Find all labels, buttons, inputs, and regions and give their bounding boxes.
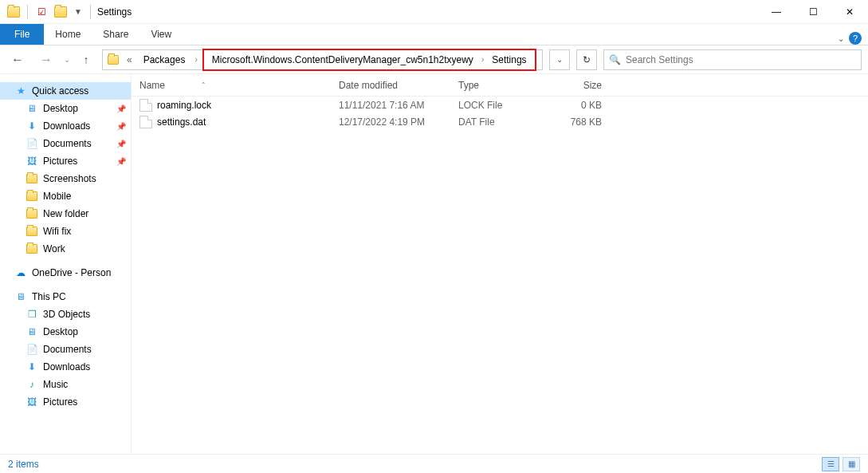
status-item-count: 2 items: [8, 459, 39, 470]
sidebar-item-label: Documents: [43, 138, 92, 149]
sidebar-item-desktop[interactable]: 🖥 Desktop 📌: [0, 100, 131, 117]
tab-view[interactable]: View: [139, 24, 183, 45]
tab-home[interactable]: Home: [44, 24, 92, 45]
nav-up-button[interactable]: ↑: [77, 53, 96, 66]
qat-newfolder-icon[interactable]: [52, 3, 69, 21]
address-caret-icon[interactable]: ›: [191, 55, 200, 64]
address-caret-icon[interactable]: ›: [478, 55, 487, 64]
sidebar-item-pictures[interactable]: 🖼 Pictures 📌: [0, 152, 131, 170]
sidebar-item-desktop-pc[interactable]: 🖥 Desktop: [0, 323, 131, 341]
pin-icon: 📌: [116, 157, 126, 166]
pictures-icon: 🖼: [26, 155, 38, 168]
status-bar: 2 items ☰ ▦: [0, 454, 868, 473]
address-seg-settings[interactable]: Settings: [487, 54, 531, 65]
file-name: roaming.lock: [157, 100, 211, 111]
tab-share[interactable]: Share: [92, 24, 139, 45]
view-buttons: ☰ ▦: [822, 457, 860, 471]
pin-icon: 📌: [116, 122, 126, 131]
music-icon: ♪: [26, 378, 38, 391]
sidebar-item-this-pc[interactable]: 🖥 This PC: [0, 288, 131, 305]
file-type: DAT File: [458, 116, 546, 128]
sidebar-item-quick-access[interactable]: ★ Quick access: [0, 82, 131, 100]
folder-icon: [26, 207, 38, 220]
desktop-icon: 🖥: [26, 102, 38, 115]
address-highlight: Microsoft.Windows.ContentDeliveryManager…: [202, 49, 536, 71]
close-button[interactable]: ✕: [831, 0, 868, 24]
window-buttons: — ☐ ✕: [758, 0, 868, 24]
column-date[interactable]: Date modified: [339, 80, 458, 91]
sidebar-item-label: Screenshots: [43, 173, 96, 184]
pin-icon: 📌: [116, 140, 126, 148]
file-row[interactable]: settings.dat 12/17/2022 4:19 PM DAT File…: [132, 113, 868, 130]
sidebar-item-3d-objects[interactable]: ❒ 3D Objects: [0, 305, 131, 323]
sidebar-item-work[interactable]: Work: [0, 240, 131, 258]
nav-history-caret-icon[interactable]: ⌄: [64, 55, 70, 64]
tab-file[interactable]: File: [0, 24, 44, 45]
address-prefix: «: [122, 54, 137, 65]
sidebar-item-screenshots[interactable]: Screenshots: [0, 170, 131, 187]
sidebar-item-label: Desktop: [43, 326, 78, 337]
sidebar-item-downloads-pc[interactable]: ⬇ Downloads: [0, 358, 131, 376]
sidebar-item-onedrive[interactable]: ☁ OneDrive - Person: [0, 264, 131, 282]
address-seg-app[interactable]: Microsoft.Windows.ContentDeliveryManager…: [207, 54, 478, 65]
title-bar: ☑ ▼ Settings — ☐ ✕: [0, 0, 868, 24]
nav-back-button[interactable]: ←: [6, 49, 29, 71]
sidebar-item-wifi-fix[interactable]: Wifi fix: [0, 223, 131, 240]
title-bar-left: ☑ ▼ Settings: [0, 3, 132, 21]
search-input[interactable]: [626, 54, 856, 65]
qat-customize-caret-icon[interactable]: ▼: [71, 7, 85, 16]
cloud-icon: ☁: [14, 266, 27, 279]
view-details-button[interactable]: ☰: [822, 457, 839, 471]
download-icon: ⬇: [26, 120, 38, 132]
monitor-icon: 🖥: [14, 290, 27, 303]
ribbon-tabs: File Home Share View ⌄ ?: [0, 24, 868, 45]
sidebar-item-label: Music: [43, 379, 68, 390]
qat-properties-icon[interactable]: ☑: [33, 3, 50, 21]
column-type[interactable]: Type: [458, 80, 546, 91]
column-name[interactable]: Name ˄: [139, 80, 339, 91]
sort-ascending-icon: ˄: [202, 81, 206, 89]
view-icons-button[interactable]: ▦: [842, 457, 860, 471]
separator: [90, 5, 91, 19]
sidebar-item-label: Desktop: [43, 103, 78, 114]
window-title: Settings: [96, 6, 132, 18]
sidebar-item-pictures-pc[interactable]: 🖼 Pictures: [0, 393, 131, 411]
column-headers: Name ˄ Date modified Type Size: [132, 74, 868, 97]
address-bar[interactable]: « Packages › Microsoft.Windows.ContentDe…: [102, 49, 543, 70]
sidebar-item-mobile[interactable]: Mobile: [0, 187, 131, 205]
address-dropdown-button[interactable]: ⌄: [549, 49, 570, 70]
desktop-icon: 🖥: [26, 325, 38, 338]
pictures-icon: 🖼: [26, 396, 38, 408]
maximize-button[interactable]: ☐: [795, 0, 831, 24]
column-size[interactable]: Size: [546, 80, 610, 91]
sidebar-item-label: Mobile: [43, 191, 71, 202]
star-icon: ★: [14, 85, 27, 97]
minimize-button[interactable]: —: [758, 0, 795, 24]
nav-row: ← → ⌄ ↑ « Packages › Microsoft.Windows.C…: [0, 45, 868, 74]
sidebar-item-label: This PC: [32, 291, 66, 302]
separator: [27, 5, 28, 19]
sidebar-item-downloads[interactable]: ⬇ Downloads 📌: [0, 117, 131, 135]
ribbon-collapse-icon[interactable]: ⌄: [838, 34, 844, 43]
address-seg-packages[interactable]: Packages: [139, 54, 190, 65]
sidebar-item-documents-pc[interactable]: 📄 Documents: [0, 341, 131, 358]
sidebar-item-new-folder[interactable]: New folder: [0, 205, 131, 223]
qat-folder-icon[interactable]: [5, 3, 22, 21]
documents-icon: 📄: [26, 343, 38, 356]
sidebar-item-label: Downloads: [43, 120, 90, 132]
file-icon: [139, 99, 152, 112]
file-size: 768 KB: [546, 116, 610, 128]
file-row[interactable]: roaming.lock 11/11/2021 7:16 AM LOCK Fil…: [132, 97, 868, 113]
sidebar-item-label: Wifi fix: [43, 226, 71, 237]
address-folder-icon: [106, 55, 120, 65]
help-icon[interactable]: ?: [849, 32, 862, 45]
navigation-pane[interactable]: ★ Quick access 🖥 Desktop 📌 ⬇ Downloads 📌…: [0, 74, 132, 454]
sidebar-item-label: Quick access: [32, 85, 88, 97]
refresh-button[interactable]: ↻: [576, 49, 597, 70]
search-box[interactable]: 🔍: [603, 49, 862, 70]
nav-forward-button[interactable]: →: [35, 49, 57, 71]
sidebar-item-label: OneDrive - Person: [32, 267, 111, 278]
file-icon: [139, 116, 152, 128]
sidebar-item-documents[interactable]: 📄 Documents 📌: [0, 135, 131, 152]
sidebar-item-music[interactable]: ♪ Music: [0, 376, 131, 393]
